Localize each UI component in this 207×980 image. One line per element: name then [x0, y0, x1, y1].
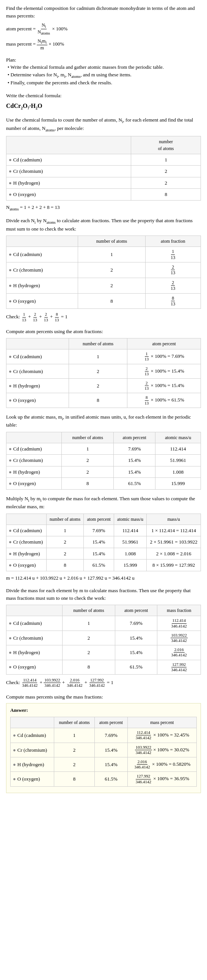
- step2-section: Divide each Ni by Natoms to calculate at…: [6, 217, 201, 323]
- element-cr-7: ●Cr (chromium): [11, 743, 54, 757]
- cr-pct-4: 15.4%: [114, 455, 155, 466]
- o-pct-4: 61.5%: [114, 478, 155, 490]
- col-element-1: [6, 136, 131, 154]
- mass-percent-formula: mass percent = Nimim × 100%: [6, 38, 201, 51]
- table-row: ●Cd (cadmium) 1 7.69% 112.414346.4142 × …: [11, 728, 197, 743]
- cr-atoms-7: 2: [54, 743, 95, 757]
- plan-bullet-3: • Finally, compute the percents and chec…: [8, 79, 201, 87]
- o-pct-5: 61.5%: [84, 560, 114, 571]
- col-pct-6: atom percent: [115, 605, 157, 616]
- element-cd-3: ●Cd (cadmium): [6, 350, 69, 364]
- step5-text: Multiply Ni by mi to compute the mass fo…: [6, 495, 201, 511]
- cr-pct-5: 15.4%: [84, 536, 114, 548]
- formula-section: Write the chemical formula: CdCr2O7·H2O: [6, 92, 201, 111]
- atoms-table: numberof atoms ●Cd (cadmium) 1 ●Cr (chro…: [6, 136, 201, 200]
- o-atoms-1: 8: [131, 189, 201, 200]
- o-calc-5: 8 × 15.999 = 127.992: [147, 560, 201, 571]
- table-row: ●O (oxygen) 8 61.5% 15.999 8 × 15.999 = …: [6, 560, 201, 571]
- molecular-mass-table: number of atoms atom percent atomic mass…: [6, 514, 201, 571]
- element-cr-1: ●Cr (chromium): [6, 165, 131, 177]
- chemical-formula: CdCr2O7·H2O: [6, 102, 201, 111]
- o-atoms-2: 8: [78, 293, 145, 309]
- element-cr-2: ●Cr (chromium): [6, 262, 78, 278]
- element-cd-5: ●Cd (cadmium): [6, 525, 47, 536]
- h-atoms-6: 2: [63, 645, 115, 660]
- col-atoms-4: number of atoms: [62, 432, 114, 443]
- col-masspct-7: mass percent: [127, 717, 196, 728]
- element-h-6: ●H (hydrogen): [6, 645, 63, 660]
- step3-section: Compute atom percents using the atom fra…: [6, 328, 201, 408]
- h-atoms-1: 2: [131, 177, 201, 189]
- o-atoms-6: 8: [63, 660, 115, 674]
- o-massfrac-6: 127.992346.4142: [157, 660, 201, 674]
- cd-pct-7: 7.69%: [95, 728, 128, 743]
- col-element-7: [11, 717, 54, 728]
- table-row: ●Cd (cadmium) 1 113: [6, 247, 201, 262]
- cr-calc-5: 2 × 51.9961 = 103.9922: [147, 536, 201, 548]
- h-mass-5: 1.008: [114, 548, 146, 560]
- h-atoms-5: 2: [46, 548, 84, 560]
- table-row: ●Cr (chromium) 2 15.4% 51.9961 2 × 51.99…: [6, 536, 201, 548]
- element-h-2: ●H (hydrogen): [6, 278, 78, 293]
- step6-section: Divide the mass for each element by m to…: [6, 587, 201, 688]
- table-row: ●Cr (chromium) 2 213 × 100% = 15.4%: [6, 364, 201, 378]
- h-massfrac-6: 2.016346.4142: [157, 645, 201, 660]
- table-row: ●O (oxygen) 8 813: [6, 293, 201, 309]
- table-row: ●O (oxygen) 8 813 × 100% = 61.5%: [6, 393, 201, 407]
- cr-pct-3: 213 × 100% = 15.4%: [127, 364, 201, 378]
- cr-mass-5: 51.9961: [114, 536, 146, 548]
- element-h-7: ●H (hydrogen): [11, 757, 54, 772]
- cr-frac-2: 213: [145, 262, 201, 278]
- answer-label: Answer:: [10, 706, 197, 714]
- table-row: ●O (oxygen) 8 61.5% 15.999: [6, 478, 201, 490]
- col-element-2: [6, 236, 78, 247]
- table-row: ●Cr (chromium) 2 15.4% 103.9922346.4142: [6, 630, 201, 645]
- element-cd-4: ●Cd (cadmium): [6, 443, 62, 455]
- step5-section: Multiply Ni by mi to compute the mass fo…: [6, 495, 201, 582]
- cr-atoms-2: 2: [78, 262, 145, 278]
- table-row: ●Cd (cadmium) 1 7.69% 112.414: [6, 443, 201, 455]
- element-cr-4: ●Cr (chromium): [6, 455, 62, 466]
- table-row: ●Cr (chromium) 2 213: [6, 262, 201, 278]
- o-pct-7: 61.5%: [95, 772, 128, 786]
- col-atoms-5: number of atoms: [46, 514, 84, 525]
- cr-atoms-6: 2: [63, 630, 115, 645]
- intro-section: Find the elemental composition for cadmi…: [6, 5, 201, 51]
- cr-atoms-1: 2: [131, 165, 201, 177]
- plan-section: Plan: • Write the chemical formula and g…: [6, 56, 201, 87]
- o-frac-2: 813: [145, 293, 201, 309]
- h-calc-5: 2 × 1.008 = 2.016: [147, 548, 201, 560]
- h-frac-2: 213: [145, 278, 201, 293]
- element-o-1: ●O (oxygen): [6, 189, 131, 200]
- cr-pct-7: 15.4%: [95, 743, 128, 757]
- cd-atoms-7: 1: [54, 728, 95, 743]
- table-row: ●O (oxygen) 8: [6, 189, 201, 200]
- table-row: ●Cd (cadmium) 1 7.69% 112.414346.4142: [6, 616, 201, 630]
- col-calc-5: mass/u: [147, 514, 201, 525]
- table-row: ●O (oxygen) 8 61.5% 127.992346.4142: [6, 660, 201, 674]
- h-pct-3: 213 × 100% = 15.4%: [127, 378, 201, 393]
- col-atoms-3: number of atoms: [69, 339, 127, 350]
- cd-massfrac-6: 112.414346.4142: [157, 616, 201, 630]
- element-cr-3: ●Cr (chromium): [6, 364, 69, 378]
- col-pct-5: atom percent: [84, 514, 114, 525]
- h-pct-7: 15.4%: [95, 757, 128, 772]
- plan-label: Plan:: [6, 56, 201, 64]
- cr-atoms-4: 2: [62, 455, 114, 466]
- step7-section: Compute mass percents using the mass fra…: [6, 693, 201, 793]
- element-cd-6: ●Cd (cadmium): [6, 616, 63, 630]
- intro-text: Find the elemental composition for cadmi…: [6, 5, 201, 19]
- element-o-3: ●O (oxygen): [6, 393, 69, 407]
- table-row: ●O (oxygen) 8 61.5% 127.992346.4142 × 10…: [11, 772, 197, 786]
- cr-pct-6: 15.4%: [115, 630, 157, 645]
- cd-pct-5: 7.69%: [84, 525, 114, 536]
- table-row: ●Cd (cadmium) 1: [6, 154, 201, 165]
- element-cd-7: ●Cd (cadmium): [11, 728, 54, 743]
- col-massfrac-6: mass fraction: [157, 605, 201, 616]
- o-atoms-4: 8: [62, 478, 114, 490]
- col-pct-7: atom percent: [95, 717, 128, 728]
- table-row: ●Cr (chromium) 2 15.4% 103.9922346.4142 …: [11, 743, 197, 757]
- element-h-4: ●H (hydrogen): [6, 466, 62, 478]
- cd-atoms-6: 1: [63, 616, 115, 630]
- table-row: ●H (hydrogen) 2 213 × 100% = 15.4%: [6, 378, 201, 393]
